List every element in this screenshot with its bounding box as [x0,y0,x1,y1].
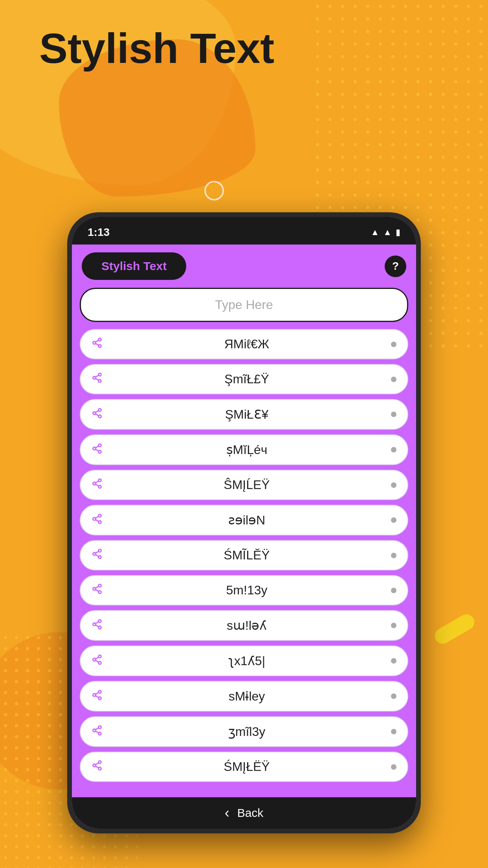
svg-line-4 [95,340,99,342]
style-text-item: ƨɘilɘN [103,513,391,528]
more-dot-button[interactable] [391,412,396,417]
help-button[interactable]: ? [385,256,406,277]
bottom-nav: ‹ Back [72,797,416,829]
svg-line-19 [95,446,99,448]
signal-icon: ▲ [371,227,379,237]
back-button[interactable]: ‹ Back [225,805,264,821]
svg-line-63 [95,766,99,768]
svg-line-43 [95,625,99,627]
share-button[interactable] [92,618,103,633]
more-dot-button[interactable] [391,482,396,488]
status-icons: ▲ ▲ ▮ [371,227,400,237]
svg-line-38 [95,590,99,592]
svg-line-59 [95,728,99,730]
svg-line-8 [95,379,99,381]
list-item: ƨɘilɘN [80,505,408,535]
svg-line-28 [95,519,99,521]
style-text-item: ŚMĮŁËŸ [103,760,391,774]
share-button[interactable] [92,407,103,422]
list-item: ŚMĮŁËŸ [80,752,408,782]
list-item: ŜMĮĹEŸ [80,470,408,500]
more-dot-button[interactable] [391,764,396,770]
share-button[interactable] [92,478,103,492]
share-button[interactable] [92,337,103,351]
more-dot-button[interactable] [391,342,396,347]
share-button[interactable] [92,372,103,386]
list-item: ŞMiŁƐ¥ [80,399,408,430]
style-text-item: ṣMĭĻéч [103,442,391,457]
share-button[interactable] [92,583,103,598]
camera-notch [232,217,256,229]
phone-frame: 1:13 ▲ ▲ ▮ Stylish Text ? Type Here ЯMiℓ… [67,212,421,833]
style-text-item: ŞmĩŁ£Ÿ [103,372,391,386]
style-text-item: ŚMĨLĔŸ [103,548,391,563]
circle-decoration-1 [204,181,224,200]
style-text-item: ЯMiℓ€Ж [103,337,391,351]
list-item: ŚMĨLĔŸ [80,540,408,570]
style-text-item: ŜMĮĹEŸ [103,478,391,492]
battery-icon: ▮ [396,227,400,237]
list-item: sɯ!ləʎ [80,610,408,641]
style-text-item: ŞMiŁƐ¥ [103,407,391,422]
svg-line-39 [95,587,99,588]
svg-line-34 [95,552,99,554]
svg-line-53 [95,695,99,697]
text-input[interactable]: Type Here [80,288,408,322]
top-bar: Stylish Text ? [80,252,408,280]
share-button[interactable] [92,725,103,739]
more-dot-button[interactable] [391,729,396,734]
share-button[interactable] [92,443,103,457]
style-text-item: ʅx1ʎ5| [103,653,391,668]
svg-line-9 [95,375,99,377]
pill-decoration [432,611,477,647]
style-text-item: sMɨley [103,689,391,704]
share-button[interactable] [92,513,103,528]
style-text-item: 5m!13y [103,583,391,598]
list-item: sMɨley [80,681,408,712]
svg-line-58 [95,731,99,733]
more-dot-button[interactable] [391,553,396,558]
svg-line-33 [95,555,99,557]
more-dot-button[interactable] [391,517,396,523]
svg-line-13 [95,414,99,416]
share-button[interactable] [92,548,103,563]
back-label: Back [237,806,264,820]
svg-line-24 [95,481,99,483]
svg-line-3 [95,344,99,346]
app-tab-label[interactable]: Stylish Text [82,252,186,280]
list-item: ṣMĭĻéч [80,434,408,465]
svg-line-49 [95,657,99,659]
more-dot-button[interactable] [391,447,396,452]
svg-line-18 [95,449,99,451]
more-dot-button[interactable] [391,377,396,382]
more-dot-button[interactable] [391,693,396,699]
list-item: ЯMiℓ€Ж [80,329,408,359]
svg-line-44 [95,622,99,623]
svg-line-64 [95,763,99,765]
list-item: 5m!13y [80,575,408,605]
list-item: ʅx1ʎ5| [80,645,408,676]
phone-inner: 1:13 ▲ ▲ ▮ Stylish Text ? Type Here ЯMiℓ… [72,217,416,829]
style-text-item: sɯ!ləʎ [103,618,391,633]
style-list: ЯMiℓ€ЖŞmĩŁ£ŸŞMiŁƐ¥ṣMĭĻéчŜMĮĹEŸƨɘilɘNŚMĨL… [80,329,408,782]
app-title: Stylish Text [39,24,274,73]
status-time: 1:13 [88,226,110,239]
style-text-item: ʒmĩl3y [103,724,391,739]
share-button[interactable] [92,654,103,668]
list-item: ʒmĩl3y [80,716,408,747]
more-dot-button[interactable] [391,658,396,664]
svg-line-29 [95,516,99,518]
svg-line-23 [95,484,99,486]
list-item: ŞmĩŁ£Ÿ [80,364,408,394]
svg-line-48 [95,660,99,662]
share-button[interactable] [92,760,103,774]
wifi-icon: ▲ [383,227,392,237]
phone-content: Stylish Text ? Type Here ЯMiℓ€ЖŞmĩŁ£ŸŞMi… [72,245,416,797]
more-dot-button[interactable] [391,623,396,628]
svg-line-54 [95,692,99,694]
share-button[interactable] [92,689,103,704]
back-arrow-icon: ‹ [225,805,229,821]
more-dot-button[interactable] [391,588,396,593]
svg-line-14 [95,410,99,412]
